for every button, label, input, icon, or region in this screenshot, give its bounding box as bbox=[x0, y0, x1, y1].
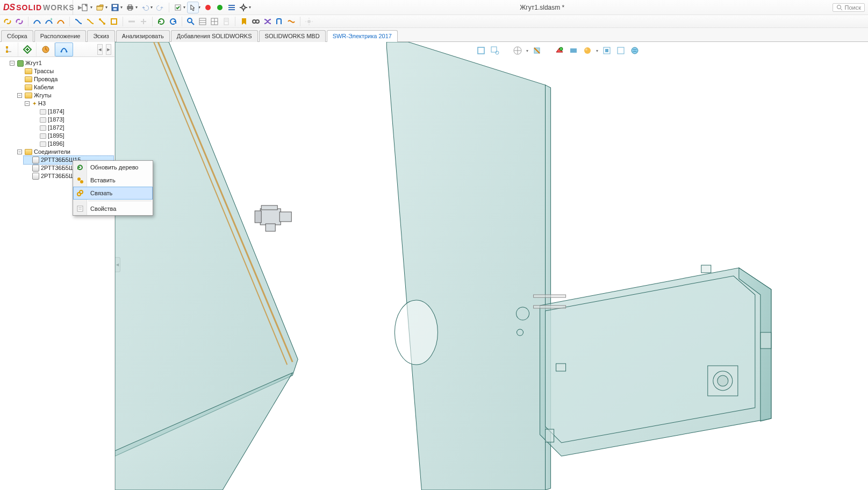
fm-tab-electric-icon[interactable] bbox=[55, 42, 73, 56]
dropdown-icon[interactable]: ▾ bbox=[249, 5, 251, 10]
svg-line-24 bbox=[191, 22, 194, 25]
tree-traces[interactable]: Трассы bbox=[16, 67, 113, 75]
tab-sketch[interactable]: Эскиз bbox=[87, 30, 114, 42]
fm-tabs-scroll-left-icon[interactable]: ◄ bbox=[97, 44, 103, 55]
dropdown-icon[interactable]: ▾ bbox=[135, 5, 138, 10]
select-icon[interactable] bbox=[188, 2, 198, 13]
tb-wire-blue-icon[interactable] bbox=[32, 16, 42, 27]
tab-swr-electric[interactable]: SWR-Электрика 2017 bbox=[327, 30, 398, 42]
ctx-link[interactable]: Связать bbox=[73, 187, 153, 200]
tree-pin[interactable]: [1895] bbox=[31, 132, 113, 140]
tab-addins[interactable]: Добавления SOLIDWORKS bbox=[171, 30, 258, 42]
tb-wire-orange-icon[interactable] bbox=[55, 16, 66, 27]
tree-pin[interactable]: [1873] bbox=[31, 116, 113, 124]
svg-rect-96 bbox=[255, 211, 261, 223]
tb-search-blue-icon[interactable] bbox=[185, 16, 196, 27]
open-document-icon[interactable] bbox=[95, 2, 105, 13]
dropdown-icon[interactable]: ▾ bbox=[90, 5, 92, 10]
new-document-icon[interactable] bbox=[80, 2, 90, 13]
tb-harness2-icon[interactable] bbox=[138, 16, 149, 27]
tb-refresh-green-icon[interactable] bbox=[156, 16, 167, 27]
tab-assembly[interactable]: Сборка bbox=[1, 30, 33, 42]
tb-table2-icon[interactable] bbox=[209, 16, 220, 27]
fm-tab-config-icon[interactable] bbox=[37, 42, 55, 56]
svg-point-79 bbox=[394, 300, 437, 365]
tb-clipboard-icon[interactable] bbox=[221, 16, 232, 27]
svg-line-21 bbox=[101, 20, 104, 23]
connector-icon bbox=[32, 157, 39, 164]
command-manager-tabs: Сборка Расположение Эскиз Анализировать … bbox=[0, 28, 868, 42]
link-icon bbox=[76, 189, 84, 197]
tb-cable-cross-icon[interactable] bbox=[262, 16, 273, 27]
svg-rect-90 bbox=[534, 295, 566, 297]
tb-wire2-blue-icon[interactable] bbox=[73, 16, 84, 27]
dropdown-icon[interactable]: ▾ bbox=[150, 5, 153, 10]
save-icon[interactable] bbox=[110, 2, 120, 13]
svg-point-16 bbox=[837, 5, 841, 9]
tb-table-icon[interactable] bbox=[197, 16, 208, 27]
dropdown-icon[interactable]: ▾ bbox=[120, 5, 123, 10]
tb-chain-icon[interactable] bbox=[250, 16, 261, 27]
tree-harnesses[interactable]: −Жгуты bbox=[16, 91, 113, 100]
tb-link-yellow-icon[interactable] bbox=[2, 16, 13, 27]
tb-route-icon[interactable] bbox=[274, 16, 285, 27]
svg-point-36 bbox=[307, 20, 311, 23]
tb-wire-add-icon[interactable]: + bbox=[44, 16, 54, 27]
options-list-icon[interactable] bbox=[226, 2, 237, 13]
tb-box-icon[interactable] bbox=[109, 16, 119, 27]
dropdown-icon[interactable]: ▾ bbox=[183, 5, 185, 10]
tree-harness-h3[interactable]: −✦Н3 bbox=[24, 100, 113, 108]
tb-harness1-icon[interactable] bbox=[126, 16, 137, 27]
tree-pin[interactable]: [1872] bbox=[31, 124, 113, 132]
tree-wires[interactable]: Провода bbox=[16, 75, 113, 83]
dropdown-icon[interactable]: ▾ bbox=[105, 5, 107, 10]
tree-cables[interactable]: Кабели bbox=[16, 83, 113, 91]
tb-connect-icon[interactable] bbox=[97, 16, 107, 27]
undo-icon[interactable] bbox=[140, 2, 150, 13]
search-icon bbox=[836, 4, 843, 11]
tb-link-purple-icon[interactable] bbox=[14, 16, 25, 27]
graphics-viewport[interactable]: ◄ ▾ ▾ bbox=[115, 42, 868, 490]
dropdown-icon[interactable]: ▾ bbox=[198, 5, 200, 10]
svg-rect-94 bbox=[260, 209, 281, 225]
tab-layout[interactable]: Расположение bbox=[34, 30, 87, 42]
tab-mbd[interactable]: SOLIDWORKS MBD bbox=[259, 30, 326, 42]
electrical-tree[interactable]: −Жгут1 Трассы Провода Кабели −Жгуты −✦Н3… bbox=[0, 57, 114, 490]
traffic-red-icon[interactable] bbox=[203, 2, 213, 13]
tree-pin[interactable]: [1874] bbox=[31, 108, 113, 116]
traffic-green-icon[interactable] bbox=[214, 2, 225, 13]
tree-connectors[interactable]: −Соединители bbox=[16, 148, 113, 156]
svg-point-53 bbox=[80, 190, 83, 194]
print-icon[interactable] bbox=[125, 2, 135, 13]
tb-refresh-blue-icon[interactable] bbox=[168, 16, 178, 27]
ctx-insert[interactable]: Вставить bbox=[73, 174, 153, 187]
tree-pin[interactable]: [1896] bbox=[31, 140, 113, 148]
document-title: Жгут1.sldasm * bbox=[252, 4, 833, 11]
tree-root-label: Жгут1 bbox=[25, 59, 42, 67]
svg-rect-6 bbox=[128, 9, 132, 10]
tab-evaluate[interactable]: Анализировать bbox=[116, 30, 170, 42]
svg-rect-5 bbox=[128, 5, 132, 6]
ctx-refresh-tree[interactable]: Обновить дерево bbox=[73, 161, 153, 174]
settings-gear-icon[interactable] bbox=[238, 2, 249, 13]
logo-text-2: WORKS bbox=[43, 3, 75, 12]
rebuild-icon[interactable] bbox=[173, 2, 183, 13]
redo-icon[interactable] bbox=[155, 2, 166, 13]
fm-tab-tree-icon[interactable] bbox=[0, 42, 18, 56]
fm-tabs-scroll-right-icon[interactable]: ► bbox=[106, 44, 111, 55]
svg-rect-42 bbox=[6, 51, 8, 53]
svg-marker-77 bbox=[386, 42, 545, 490]
svg-rect-91 bbox=[534, 306, 566, 308]
tree-root[interactable]: −Жгут1 bbox=[9, 59, 113, 67]
tb-bookmark-icon[interactable] bbox=[239, 16, 249, 27]
tb-route-orange-icon[interactable] bbox=[286, 16, 297, 27]
search-box[interactable]: Поиск bbox=[833, 3, 865, 12]
svg-point-11 bbox=[242, 6, 245, 9]
svg-rect-98 bbox=[261, 205, 277, 210]
fm-tab-property-icon[interactable] bbox=[18, 42, 37, 56]
ctx-properties[interactable]: Свойства bbox=[73, 202, 153, 215]
tb-wire2-yellow-icon[interactable] bbox=[85, 16, 96, 27]
svg-point-50 bbox=[77, 177, 81, 181]
svg-rect-54 bbox=[77, 206, 83, 211]
tb-sun-icon[interactable] bbox=[304, 16, 314, 27]
